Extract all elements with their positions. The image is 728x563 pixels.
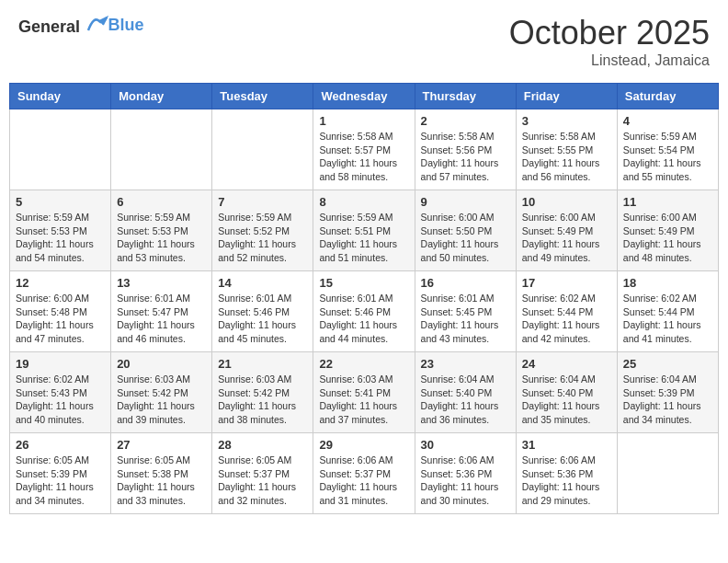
calendar-cell: 24Sunrise: 6:04 AM Sunset: 5:40 PM Dayli… xyxy=(516,352,617,433)
calendar-cell: 22Sunrise: 6:03 AM Sunset: 5:41 PM Dayli… xyxy=(313,352,415,433)
day-number: 21 xyxy=(218,357,307,371)
calendar-cell: 25Sunrise: 6:04 AM Sunset: 5:39 PM Dayli… xyxy=(617,352,718,433)
day-number: 4 xyxy=(623,114,712,128)
day-number: 12 xyxy=(16,276,105,290)
day-number: 16 xyxy=(421,276,510,290)
calendar-cell: 12Sunrise: 6:00 AM Sunset: 5:48 PM Dayli… xyxy=(10,271,111,352)
day-header-saturday: Saturday xyxy=(617,84,718,109)
calendar-cell: 15Sunrise: 6:01 AM Sunset: 5:46 PM Dayli… xyxy=(313,271,415,352)
day-info: Sunrise: 6:01 AM Sunset: 5:46 PM Dayligh… xyxy=(218,292,307,346)
logo-blue: Blue xyxy=(108,16,144,34)
calendar-cell: 11Sunrise: 6:00 AM Sunset: 5:49 PM Dayli… xyxy=(617,190,718,271)
day-info: Sunrise: 5:59 AM Sunset: 5:53 PM Dayligh… xyxy=(117,211,206,265)
day-number: 2 xyxy=(421,114,510,128)
calendar-cell: 23Sunrise: 6:04 AM Sunset: 5:40 PM Dayli… xyxy=(415,352,516,433)
calendar-cell: 3Sunrise: 5:58 AM Sunset: 5:55 PM Daylig… xyxy=(516,109,617,190)
location: Linstead, Jamaica xyxy=(509,52,710,69)
day-header-monday: Monday xyxy=(111,84,212,109)
calendar-cell xyxy=(111,109,212,190)
day-info: Sunrise: 6:00 AM Sunset: 5:48 PM Dayligh… xyxy=(16,292,105,346)
calendar-cell: 31Sunrise: 6:06 AM Sunset: 5:36 PM Dayli… xyxy=(516,433,617,514)
week-row-3: 12Sunrise: 6:00 AM Sunset: 5:48 PM Dayli… xyxy=(10,271,719,352)
day-number: 18 xyxy=(623,276,712,290)
day-number: 22 xyxy=(319,357,408,371)
day-number: 14 xyxy=(218,276,307,290)
logo-general: General xyxy=(18,17,80,36)
day-info: Sunrise: 6:04 AM Sunset: 5:39 PM Dayligh… xyxy=(623,373,712,427)
calendar-cell: 8Sunrise: 5:59 AM Sunset: 5:51 PM Daylig… xyxy=(313,190,415,271)
week-row-1: 1Sunrise: 5:58 AM Sunset: 5:57 PM Daylig… xyxy=(10,109,719,190)
day-info: Sunrise: 6:05 AM Sunset: 5:38 PM Dayligh… xyxy=(117,454,206,508)
day-info: Sunrise: 6:03 AM Sunset: 5:42 PM Dayligh… xyxy=(117,373,206,427)
day-info: Sunrise: 6:00 AM Sunset: 5:49 PM Dayligh… xyxy=(522,211,611,265)
calendar-cell: 9Sunrise: 6:00 AM Sunset: 5:50 PM Daylig… xyxy=(415,190,516,271)
day-info: Sunrise: 6:03 AM Sunset: 5:41 PM Dayligh… xyxy=(319,373,408,427)
calendar-cell: 21Sunrise: 6:03 AM Sunset: 5:42 PM Dayli… xyxy=(212,352,313,433)
calendar-cell: 1Sunrise: 5:58 AM Sunset: 5:57 PM Daylig… xyxy=(313,109,415,190)
calendar-cell: 17Sunrise: 6:02 AM Sunset: 5:44 PM Dayli… xyxy=(516,271,617,352)
week-row-4: 19Sunrise: 6:02 AM Sunset: 5:43 PM Dayli… xyxy=(10,352,719,433)
day-info: Sunrise: 5:58 AM Sunset: 5:57 PM Dayligh… xyxy=(319,130,408,184)
day-info: Sunrise: 6:04 AM Sunset: 5:40 PM Dayligh… xyxy=(421,373,510,427)
day-number: 23 xyxy=(421,357,510,371)
day-number: 13 xyxy=(117,276,206,290)
header: General Blue October 2025 Linstead, Jama… xyxy=(9,9,719,74)
calendar-cell: 27Sunrise: 6:05 AM Sunset: 5:38 PM Dayli… xyxy=(111,433,212,514)
calendar-cell: 10Sunrise: 6:00 AM Sunset: 5:49 PM Dayli… xyxy=(516,190,617,271)
day-number: 29 xyxy=(319,438,408,452)
day-number: 1 xyxy=(319,114,408,128)
day-info: Sunrise: 6:02 AM Sunset: 5:44 PM Dayligh… xyxy=(623,292,712,346)
day-info: Sunrise: 6:05 AM Sunset: 5:39 PM Dayligh… xyxy=(16,454,105,508)
day-number: 25 xyxy=(623,357,712,371)
week-row-5: 26Sunrise: 6:05 AM Sunset: 5:39 PM Dayli… xyxy=(10,433,719,514)
day-number: 3 xyxy=(522,114,611,128)
day-header-thursday: Thursday xyxy=(415,84,516,109)
day-info: Sunrise: 6:01 AM Sunset: 5:47 PM Dayligh… xyxy=(117,292,206,346)
calendar-cell: 5Sunrise: 5:59 AM Sunset: 5:53 PM Daylig… xyxy=(10,190,111,271)
day-number: 28 xyxy=(218,438,307,452)
calendar-cell: 18Sunrise: 6:02 AM Sunset: 5:44 PM Dayli… xyxy=(617,271,718,352)
day-info: Sunrise: 6:03 AM Sunset: 5:42 PM Dayligh… xyxy=(218,373,307,427)
day-number: 20 xyxy=(117,357,206,371)
day-header-friday: Friday xyxy=(516,84,617,109)
day-number: 5 xyxy=(16,195,105,209)
calendar-cell: 4Sunrise: 5:59 AM Sunset: 5:54 PM Daylig… xyxy=(617,109,718,190)
day-info: Sunrise: 5:59 AM Sunset: 5:52 PM Dayligh… xyxy=(218,211,307,265)
calendar-cell xyxy=(212,109,313,190)
day-number: 26 xyxy=(16,438,105,452)
logo: General Blue xyxy=(18,14,144,37)
day-info: Sunrise: 5:58 AM Sunset: 5:55 PM Dayligh… xyxy=(522,130,611,184)
day-number: 15 xyxy=(319,276,408,290)
month-title: October 2025 xyxy=(509,14,710,52)
day-info: Sunrise: 6:01 AM Sunset: 5:46 PM Dayligh… xyxy=(319,292,408,346)
day-number: 9 xyxy=(421,195,510,209)
calendar-table: SundayMondayTuesdayWednesdayThursdayFrid… xyxy=(9,83,719,514)
day-number: 17 xyxy=(522,276,611,290)
day-number: 6 xyxy=(117,195,206,209)
day-info: Sunrise: 6:02 AM Sunset: 5:43 PM Dayligh… xyxy=(16,373,105,427)
calendar-cell: 20Sunrise: 6:03 AM Sunset: 5:42 PM Dayli… xyxy=(111,352,212,433)
day-info: Sunrise: 5:59 AM Sunset: 5:51 PM Dayligh… xyxy=(319,211,408,265)
day-info: Sunrise: 6:02 AM Sunset: 5:44 PM Dayligh… xyxy=(522,292,611,346)
calendar-cell: 19Sunrise: 6:02 AM Sunset: 5:43 PM Dayli… xyxy=(10,352,111,433)
day-header-sunday: Sunday xyxy=(10,84,111,109)
title-area: October 2025 Linstead, Jamaica xyxy=(509,14,710,69)
calendar-cell: 30Sunrise: 6:06 AM Sunset: 5:36 PM Dayli… xyxy=(415,433,516,514)
calendar-cell: 28Sunrise: 6:05 AM Sunset: 5:37 PM Dayli… xyxy=(212,433,313,514)
day-number: 24 xyxy=(522,357,611,371)
calendar-cell: 26Sunrise: 6:05 AM Sunset: 5:39 PM Dayli… xyxy=(10,433,111,514)
week-row-2: 5Sunrise: 5:59 AM Sunset: 5:53 PM Daylig… xyxy=(10,190,719,271)
day-info: Sunrise: 5:59 AM Sunset: 5:54 PM Dayligh… xyxy=(623,130,712,184)
calendar-cell: 2Sunrise: 5:58 AM Sunset: 5:56 PM Daylig… xyxy=(415,109,516,190)
day-info: Sunrise: 6:04 AM Sunset: 5:40 PM Dayligh… xyxy=(522,373,611,427)
day-number: 19 xyxy=(16,357,105,371)
day-number: 8 xyxy=(319,195,408,209)
calendar-cell: 16Sunrise: 6:01 AM Sunset: 5:45 PM Dayli… xyxy=(415,271,516,352)
day-info: Sunrise: 6:00 AM Sunset: 5:49 PM Dayligh… xyxy=(623,211,712,265)
day-info: Sunrise: 5:59 AM Sunset: 5:53 PM Dayligh… xyxy=(16,211,105,265)
day-number: 30 xyxy=(421,438,510,452)
calendar-cell: 13Sunrise: 6:01 AM Sunset: 5:47 PM Dayli… xyxy=(111,271,212,352)
day-number: 11 xyxy=(623,195,712,209)
day-number: 27 xyxy=(117,438,206,452)
day-info: Sunrise: 5:58 AM Sunset: 5:56 PM Dayligh… xyxy=(421,130,510,184)
